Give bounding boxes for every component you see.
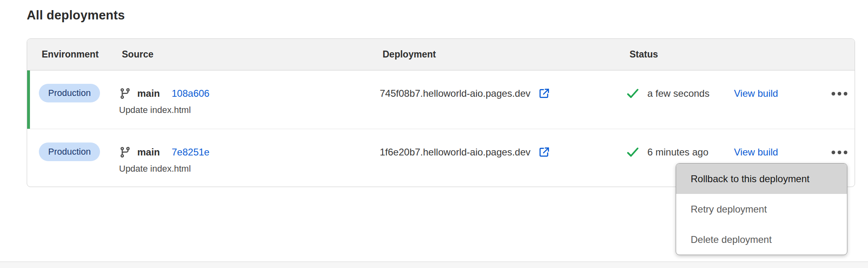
- deployment-cell: 745f08b7.helloworld-aio.pages.dev: [380, 70, 627, 129]
- environment-badge: Production: [39, 84, 100, 102]
- table-header: Environment Source Deployment Status: [27, 39, 855, 70]
- deployment-url: 745f08b7.helloworld-aio.pages.dev: [380, 88, 530, 99]
- active-deployment-indicator: [27, 70, 30, 129]
- environment-badge: Production: [39, 143, 100, 161]
- deployments-page: All deployments Environment Source Deplo…: [0, 0, 868, 268]
- commit-message: Update index.html: [119, 105, 380, 115]
- column-header-environment: Environment: [39, 49, 119, 60]
- deployment-cell: 1f6e20b7.helloworld-aio.pages.dev: [380, 129, 627, 187]
- deployment-context-menu: Rollback to this deployment Retry deploy…: [676, 163, 847, 255]
- view-build-cell: View build: [734, 70, 829, 129]
- source-cell: main 7e8251e Update index.html: [119, 129, 380, 187]
- deployment-url: 1f6e20b7.helloworld-aio.pages.dev: [380, 147, 530, 158]
- row-actions-menu-button[interactable]: [829, 89, 850, 99]
- success-check-icon: [627, 88, 639, 99]
- column-header-source: Source: [119, 49, 380, 60]
- success-check-icon: [627, 147, 639, 157]
- menu-item-delete[interactable]: Delete deployment: [676, 224, 847, 255]
- status-cell: a few seconds: [627, 70, 734, 129]
- branch-name: main: [137, 147, 160, 158]
- menu-item-retry[interactable]: Retry deployment: [676, 194, 847, 224]
- commit-link[interactable]: 7e8251e: [172, 147, 209, 158]
- commit-link[interactable]: 108a606: [172, 88, 209, 99]
- column-header-status: Status: [627, 49, 734, 60]
- git-branch-icon: [119, 87, 131, 100]
- menu-item-rollback[interactable]: Rollback to this deployment: [676, 164, 847, 194]
- row-actions-menu-button[interactable]: [829, 147, 850, 157]
- git-branch-icon: [119, 146, 131, 158]
- external-link-icon[interactable]: [538, 87, 550, 100]
- source-cell: main 108a606 Update index.html: [119, 70, 380, 129]
- view-build-link[interactable]: View build: [734, 88, 778, 99]
- environment-cell: Production: [39, 70, 119, 129]
- status-time: a few seconds: [647, 88, 709, 99]
- section-divider: [0, 262, 868, 268]
- view-build-link[interactable]: View build: [734, 147, 778, 158]
- status-time: 6 minutes ago: [647, 147, 708, 158]
- page-title: All deployments: [27, 8, 125, 23]
- actions-cell: [829, 70, 855, 129]
- environment-cell: Production: [39, 129, 119, 187]
- branch-name: main: [137, 88, 160, 99]
- external-link-icon[interactable]: [538, 146, 550, 158]
- column-header-deployment: Deployment: [380, 49, 627, 60]
- commit-message: Update index.html: [119, 164, 380, 174]
- deployment-row: Production main 108a606 Update index.htm…: [27, 70, 855, 129]
